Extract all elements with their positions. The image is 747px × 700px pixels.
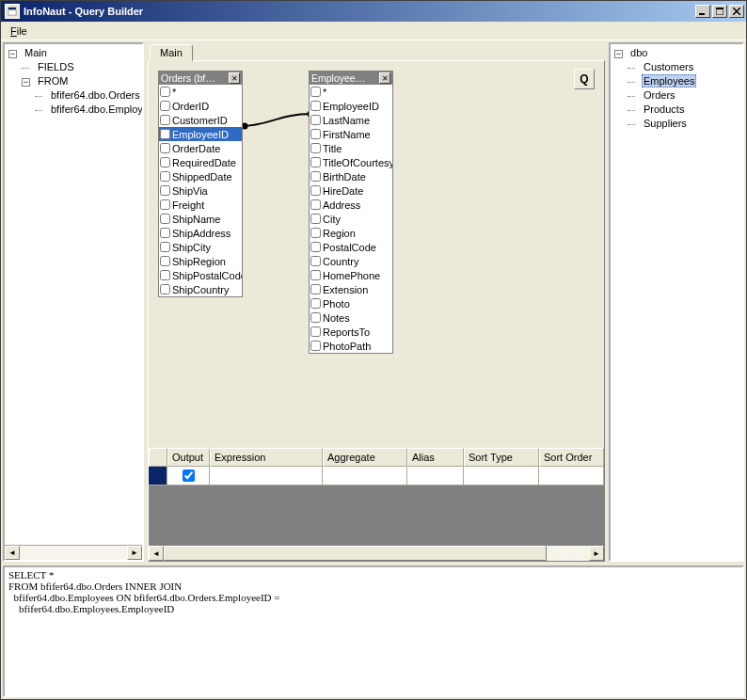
minimize-button[interactable] bbox=[695, 5, 710, 18]
column-checkbox[interactable] bbox=[310, 171, 321, 182]
column-checkbox[interactable] bbox=[160, 157, 170, 167]
tree-node-products[interactable]: Products bbox=[642, 103, 686, 115]
table-employees-close-icon[interactable]: ✕ bbox=[379, 72, 390, 84]
column-checkbox[interactable] bbox=[310, 199, 321, 210]
table-column[interactable]: ShipVia bbox=[159, 183, 242, 198]
table-column[interactable]: ShipCountry bbox=[159, 282, 242, 296]
tree-node-from-orders[interactable]: bfifer64.dbo.Orders bbox=[49, 89, 142, 101]
table-column[interactable]: ShipPostalCode bbox=[159, 268, 242, 282]
table-column[interactable]: ShipCity bbox=[159, 240, 242, 254]
scroll-right-icon[interactable]: ► bbox=[589, 546, 604, 561]
column-checkbox[interactable] bbox=[160, 284, 170, 294]
table-column[interactable]: Country bbox=[310, 254, 392, 268]
column-checkbox[interactable] bbox=[310, 115, 321, 125]
scroll-right-icon[interactable]: ► bbox=[127, 546, 142, 560]
grid-header-alias[interactable]: Alias bbox=[407, 448, 464, 467]
grid-scrollbar[interactable]: ◄ ► bbox=[149, 546, 604, 561]
column-checkbox[interactable] bbox=[310, 270, 321, 280]
scroll-track[interactable] bbox=[164, 546, 589, 561]
table-column[interactable]: LastName bbox=[310, 113, 392, 127]
column-checkbox[interactable] bbox=[310, 87, 321, 97]
tree-node-suppliers[interactable]: Suppliers bbox=[642, 118, 689, 129]
column-checkbox[interactable] bbox=[160, 143, 170, 153]
column-checkbox[interactable] bbox=[160, 228, 170, 238]
grid-cell-alias[interactable] bbox=[407, 467, 464, 485]
tree-node-main[interactable]: Main bbox=[23, 47, 49, 58]
column-checkbox[interactable] bbox=[310, 157, 321, 167]
column-checkbox[interactable] bbox=[160, 270, 170, 280]
maximize-button[interactable] bbox=[712, 5, 727, 18]
grid-row-selector[interactable] bbox=[149, 467, 167, 485]
close-button[interactable] bbox=[729, 5, 744, 18]
table-column[interactable]: Title bbox=[310, 141, 392, 155]
table-orders-close-icon[interactable]: ✕ bbox=[229, 72, 240, 84]
table-column[interactable]: OrderDate bbox=[159, 141, 242, 155]
grid-cell-sort-type[interactable] bbox=[464, 467, 539, 485]
table-column[interactable]: HomePhone bbox=[310, 268, 392, 282]
column-checkbox[interactable] bbox=[310, 228, 321, 238]
table-column[interactable]: Extension bbox=[310, 282, 392, 296]
table-column[interactable]: OrderID bbox=[159, 99, 242, 113]
left-tree[interactable]: − Main FIELDS − FROM bfifer64.dbo.Orders… bbox=[5, 44, 142, 545]
table-column[interactable]: EmployeeID bbox=[159, 127, 242, 141]
column-checkbox[interactable] bbox=[310, 312, 321, 323]
grid-header-sort-type[interactable]: Sort Type bbox=[464, 448, 539, 467]
table-column[interactable]: Notes bbox=[310, 310, 392, 325]
grid-header-output[interactable]: Output bbox=[167, 448, 210, 467]
column-checkbox[interactable] bbox=[310, 242, 321, 252]
sql-panel[interactable]: SELECT * FROM bfifer64.dbo.Orders INNER … bbox=[3, 565, 744, 697]
tab-main[interactable]: Main bbox=[150, 44, 193, 61]
table-column[interactable]: Photo bbox=[310, 296, 392, 310]
column-checkbox[interactable] bbox=[310, 326, 321, 337]
table-column[interactable]: EmployeeID bbox=[310, 99, 392, 113]
table-orders-header[interactable]: Orders (bf… ✕ bbox=[159, 72, 242, 85]
scroll-track[interactable] bbox=[20, 546, 127, 560]
table-column[interactable]: PhotoPath bbox=[310, 339, 392, 353]
expand-icon[interactable]: − bbox=[22, 78, 30, 87]
column-checkbox[interactable] bbox=[310, 129, 321, 139]
tree-node-customers[interactable]: Customers bbox=[642, 61, 695, 72]
grid-cell-sort-order[interactable] bbox=[539, 467, 604, 485]
expand-icon[interactable]: − bbox=[8, 50, 17, 58]
tree-node-dbo[interactable]: dbo bbox=[628, 47, 649, 58]
column-checkbox[interactable] bbox=[160, 101, 170, 111]
table-column[interactable]: * bbox=[159, 85, 242, 99]
output-checkbox[interactable] bbox=[183, 469, 195, 482]
column-checkbox[interactable] bbox=[160, 214, 170, 224]
column-checkbox[interactable] bbox=[160, 171, 170, 182]
table-column[interactable]: RequiredDate bbox=[159, 155, 242, 169]
table-column[interactable]: FirstName bbox=[310, 127, 392, 141]
column-checkbox[interactable] bbox=[310, 143, 321, 153]
grid-cell-expression[interactable] bbox=[210, 467, 323, 485]
tree-node-from[interactable]: FROM bbox=[36, 75, 70, 87]
table-column[interactable]: ShipAddress bbox=[159, 226, 242, 240]
menu-file[interactable]: File bbox=[5, 24, 33, 39]
column-checkbox[interactable] bbox=[160, 256, 170, 266]
table-column[interactable]: ReportsTo bbox=[310, 325, 392, 339]
grid-row[interactable] bbox=[149, 467, 604, 485]
column-checkbox[interactable] bbox=[160, 115, 170, 125]
column-checkbox[interactable] bbox=[310, 101, 321, 111]
grid-header-aggregate[interactable]: Aggregate bbox=[323, 448, 407, 467]
table-column[interactable]: Region bbox=[310, 226, 392, 240]
grid-header-sort-order[interactable]: Sort Order bbox=[539, 448, 604, 467]
column-checkbox[interactable] bbox=[310, 185, 321, 196]
table-column[interactable]: BirthDate bbox=[310, 169, 392, 183]
query-button[interactable]: Q bbox=[574, 69, 595, 89]
column-checkbox[interactable] bbox=[160, 242, 170, 252]
table-employees[interactable]: Employee… ✕ *EmployeeIDLastNameFirstName… bbox=[309, 71, 393, 354]
scroll-left-icon[interactable]: ◄ bbox=[5, 546, 20, 560]
column-checkbox[interactable] bbox=[160, 185, 170, 196]
table-column[interactable]: CustomerID bbox=[159, 113, 242, 127]
tree-node-employees[interactable]: Employees bbox=[642, 74, 696, 88]
table-column[interactable]: Address bbox=[310, 198, 392, 212]
tree-node-fields[interactable]: FIELDS bbox=[36, 61, 76, 72]
column-checkbox[interactable] bbox=[310, 284, 321, 294]
column-checkbox[interactable] bbox=[310, 298, 321, 309]
tree-node-from-employees[interactable]: bfifer64.dbo.Employees bbox=[49, 103, 142, 115]
table-column[interactable]: * bbox=[310, 85, 392, 99]
left-tree-scrollbar[interactable]: ◄ ► bbox=[5, 545, 142, 560]
diagram-canvas[interactable]: Q Orders (bf… ✕ bbox=[149, 61, 604, 448]
column-checkbox[interactable] bbox=[310, 256, 321, 266]
column-checkbox[interactable] bbox=[310, 214, 321, 224]
